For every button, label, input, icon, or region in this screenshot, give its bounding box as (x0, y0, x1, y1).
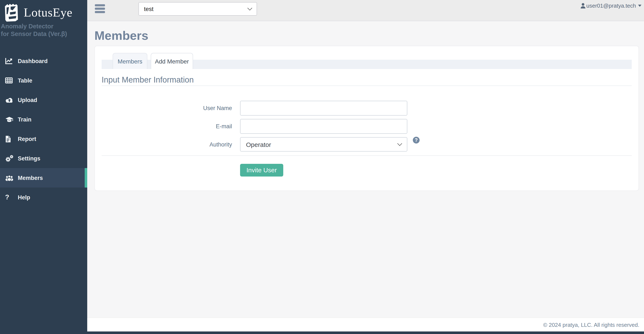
brand-logo[interactable]: LotusEye (0, 0, 87, 22)
sidebar-item-settings[interactable]: Settings (0, 149, 87, 168)
users-icon (5, 175, 14, 181)
email-field[interactable] (240, 119, 407, 134)
user-email: user01@pratya.tech (586, 2, 636, 9)
sidebar-item-label: Dashboard (18, 58, 48, 64)
question-icon: ? (5, 194, 14, 201)
chevron-down-icon (397, 141, 402, 146)
bottom-strip (0, 332, 644, 334)
sidebar-item-upload[interactable]: Upload (0, 90, 87, 110)
form-row-authority: Authority Operator ? (102, 137, 632, 152)
gears-icon (5, 155, 14, 162)
section-title: Input Member Information (102, 74, 632, 86)
authority-select[interactable]: Operator (240, 137, 407, 152)
file-report-icon (5, 136, 14, 143)
divider (102, 155, 632, 156)
sidebar-item-members[interactable]: Members (0, 168, 87, 188)
add-member-form: User Name E-mail Authority Operator ? (102, 101, 632, 152)
divider (102, 86, 632, 86)
sidebar-item-label: Members (18, 175, 43, 181)
sidebar-item-label: Help (18, 194, 30, 201)
authority-select-value: Operator (246, 141, 398, 148)
copyright-text: © 2024 pratya, LLC. All rights reserved. (543, 322, 639, 328)
sidebar-item-report[interactable]: Report (0, 129, 87, 149)
tab-members[interactable]: Members (113, 53, 147, 69)
authority-help-icon[interactable]: ? (413, 137, 420, 144)
sidebar-item-label: Upload (18, 97, 37, 103)
caret-down-icon (638, 5, 642, 7)
app-subtitle-line2: for Sensor Data (Ver.β) (1, 30, 85, 38)
brand-name: LotusEye (24, 6, 72, 20)
email-label: E-mail (102, 119, 232, 134)
app-subtitle-line1: Anomaly Detector (1, 23, 85, 30)
members-panel: Members Add Member Input Member Informat… (94, 46, 639, 191)
graduation-cap-icon (5, 116, 14, 123)
chevron-down-icon (248, 6, 252, 10)
username-label: User Name (102, 101, 232, 116)
sidebar-item-label: Report (18, 136, 36, 142)
sidebar-item-help[interactable]: ? Help (0, 188, 87, 207)
invite-user-button[interactable]: Invite User (240, 164, 283, 176)
form-row-username: User Name (102, 101, 632, 116)
sidebar-item-label: Table (18, 78, 32, 84)
sidebar: LotusEye Anomaly Detector for Sensor Dat… (0, 0, 87, 334)
sidebar-nav: Dashboard Table (0, 52, 87, 207)
project-select[interactable]: test (138, 2, 257, 16)
username-input[interactable] (240, 101, 407, 116)
footer: © 2024 pratya, LLC. All rights reserved. (87, 318, 644, 332)
app-subtitle: Anomaly Detector for Sensor Data (Ver.β) (0, 22, 87, 38)
cloud-upload-icon (5, 97, 14, 103)
chart-line-icon (5, 58, 14, 64)
user-menu[interactable]: user01@pratya.tech (580, 2, 642, 9)
tab-add-member[interactable]: Add Member (151, 53, 193, 69)
sidebar-item-train[interactable]: Train (0, 110, 87, 129)
authority-label: Authority (102, 137, 232, 152)
table-icon (5, 77, 14, 84)
topbar: test user01@pratya.tech (87, 0, 644, 21)
sidebar-item-dashboard[interactable]: Dashboard (0, 52, 87, 71)
user-icon (580, 3, 585, 8)
sidebar-item-label: Settings (18, 155, 40, 162)
tab-bar: Members Add Member (102, 53, 632, 69)
tab-label: Add Member (155, 58, 189, 64)
project-select-value: test (144, 6, 248, 12)
lotuseye-logo-icon (4, 3, 20, 22)
hamburger-menu-icon[interactable] (95, 4, 105, 14)
tab-label: Members (118, 58, 142, 64)
main-content: Members Members Add Member Input Member … (87, 21, 644, 318)
sidebar-item-label: Train (18, 116, 32, 123)
form-row-email: E-mail (102, 119, 632, 134)
app-window: LotusEye Anomaly Detector for Sensor Dat… (0, 0, 644, 334)
page-title: Members (94, 29, 639, 43)
form-actions: Invite User (102, 164, 632, 176)
sidebar-item-table[interactable]: Table (0, 71, 87, 90)
